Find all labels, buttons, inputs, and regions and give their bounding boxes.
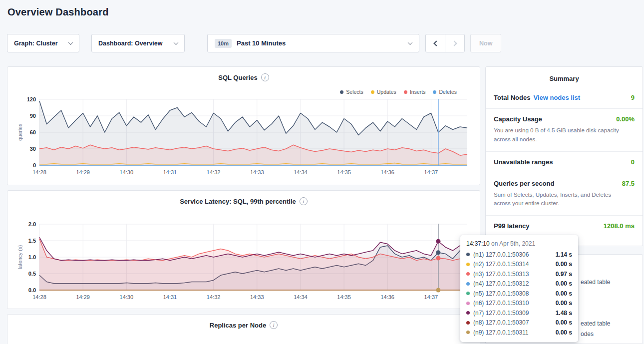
chart-title: Replicas per Node i xyxy=(7,321,480,329)
legend-dot xyxy=(340,90,343,94)
chevron-down-icon xyxy=(174,40,179,45)
tooltip-row: (n7) 127.0.0.1:503091.48 s xyxy=(466,308,572,318)
tooltip-node-label: (n3) 127.0.0.1:50313 xyxy=(473,271,529,278)
tooltip-timestamp: 14:37:10 on Apr 5th, 2021 xyxy=(466,240,572,247)
summary-row-label: Total NodesView nodes list xyxy=(494,94,580,101)
time-range-dropdown[interactable]: 10m Past 10 Minutes xyxy=(207,34,419,52)
tooltip-row: (n5) 127.0.0.1:503080.00 s xyxy=(466,289,572,299)
y-tick-label: 0.5 xyxy=(28,271,36,277)
graph-dropdown[interactable]: Graph: Cluster xyxy=(7,34,79,52)
time-next-button[interactable] xyxy=(445,34,465,52)
tooltip-node-value: 0.97 s xyxy=(556,271,572,278)
x-tick-label: 14:34 xyxy=(294,294,308,300)
summary-row: P99 latency1208.0 ms xyxy=(486,215,643,237)
time-prev-button[interactable] xyxy=(425,34,445,52)
info-icon[interactable]: i xyxy=(270,321,278,329)
legend-item-inserts[interactable]: Inserts xyxy=(404,89,426,95)
summary-row-description: Sum of Selects, Updates, Inserts, and De… xyxy=(494,191,635,209)
summary-row-value: 87.5 xyxy=(622,180,635,187)
x-tick-label: 14:30 xyxy=(120,169,134,175)
chart-title: Service Latency: SQL, 99th percentile i xyxy=(7,197,480,205)
tooltip-node-value: 0.00 s xyxy=(556,300,572,307)
x-tick-label: 14:28 xyxy=(32,169,46,175)
legend-label: Deletes xyxy=(439,89,457,95)
x-tick-label: 14:29 xyxy=(76,294,90,300)
sql-queries-chart-panel: SQL Queries i SelectsUpdatesInsertsDelet… xyxy=(7,66,480,185)
chart-plot[interactable]: queries 030609012014:2814:2914:3014:3114… xyxy=(39,99,467,166)
time-range-badge: 10m xyxy=(215,39,232,48)
now-button[interactable]: Now xyxy=(470,34,501,52)
legend-item-deletes[interactable]: Deletes xyxy=(433,89,457,95)
tooltip-node-value: 0.00 s xyxy=(556,329,572,336)
x-tick-label: 14:33 xyxy=(250,294,264,300)
dashboard-dropdown-label: Dashboard: Overview xyxy=(98,40,163,47)
legend-label: Updates xyxy=(377,89,396,95)
series-color-dot xyxy=(466,282,470,286)
tooltip-row: (n9) 127.0.0.1:503110.00 s xyxy=(466,328,572,338)
event-item-fragment: eated table xyxy=(581,279,610,286)
series-color-dot xyxy=(466,292,470,295)
legend-item-updates[interactable]: Updates xyxy=(371,89,396,95)
chart-canvas xyxy=(39,224,467,291)
y-tick-label: 1.0 xyxy=(28,255,36,260)
chevron-left-icon xyxy=(433,40,439,46)
summary-row-value: 0.00% xyxy=(616,115,635,123)
tooltip-row: (n8) 127.0.0.1:503070.00 s xyxy=(466,318,572,328)
series-color-dot xyxy=(466,311,470,315)
view-nodes-link[interactable]: View nodes list xyxy=(533,94,580,101)
x-tick-label: 14:34 xyxy=(294,169,308,175)
dashboard-dropdown[interactable]: Dashboard: Overview xyxy=(91,34,185,52)
tooltip-node-label: (n6) 127.0.0.1:50310 xyxy=(473,300,529,307)
page-title: Overview Dashboard xyxy=(7,6,109,18)
tooltip-row: (n3) 127.0.0.1:503130.97 s xyxy=(466,269,572,279)
summary-row: Capacity Usage0.00%You are using 0 B of … xyxy=(486,108,643,151)
chart-title-text: Service Latency: SQL, 99th percentile xyxy=(180,198,296,205)
chart-title-text: SQL Queries xyxy=(218,74,258,81)
legend-label: Inserts xyxy=(410,89,426,95)
tooltip-node-label: (n7) 127.0.0.1:50309 xyxy=(473,310,529,317)
tooltip-rows: (n1) 127.0.0.1:503061.14 s(n2) 127.0.0.1… xyxy=(466,250,572,338)
x-tick-label: 14:28 xyxy=(32,294,46,300)
x-tick-label: 14:37 xyxy=(424,294,438,300)
x-tick-label: 14:33 xyxy=(250,169,264,175)
legend-dot xyxy=(433,90,436,94)
tooltip-row: (n2) 127.0.0.1:503140.00 s xyxy=(466,260,572,270)
legend-label: Selects xyxy=(346,89,363,95)
latency-chart-panel: Service Latency: SQL, 99th percentile i … xyxy=(7,190,480,309)
legend-item-selects[interactable]: Selects xyxy=(340,89,363,95)
tooltip-node-value: 1.48 s xyxy=(556,310,572,317)
info-icon[interactable]: i xyxy=(300,197,308,205)
y-axis-label: latency (s) xyxy=(17,224,23,291)
chart-plot[interactable]: latency (s) 0.00.51.01.52.014:2814:2914:… xyxy=(39,224,467,291)
series-color-dot xyxy=(466,272,470,276)
tooltip-node-value: 0.00 s xyxy=(556,261,572,268)
tooltip-node-label: (n4) 127.0.0.1:50312 xyxy=(473,280,529,287)
x-tick-label: 14:31 xyxy=(163,294,177,300)
time-nav-group xyxy=(425,34,465,52)
summary-panel: Summary Total NodesView nodes list9Capac… xyxy=(485,66,643,246)
x-tick-label: 14:36 xyxy=(380,294,394,300)
legend-dot xyxy=(371,90,374,94)
chevron-down-icon xyxy=(68,40,73,45)
summary-row-value: 1208.0 ms xyxy=(604,222,635,230)
series-color-dot xyxy=(466,253,470,256)
y-tick-label: 120 xyxy=(27,97,36,102)
summary-row-value: 0 xyxy=(631,158,635,166)
info-icon[interactable]: i xyxy=(261,73,269,81)
tooltip-row: (n1) 127.0.0.1:503061.14 s xyxy=(466,250,572,260)
chevron-down-icon xyxy=(408,40,413,45)
x-tick-label: 14:37 xyxy=(424,169,438,175)
time-range-label: Past 10 Minutes xyxy=(237,39,286,47)
y-tick-label: 0.0 xyxy=(28,288,36,293)
summary-row: Total NodesView nodes list9 xyxy=(486,87,643,108)
series-color-dot xyxy=(466,263,470,266)
tooltip-node-label: (n2) 127.0.0.1:50314 xyxy=(473,261,529,268)
x-tick-label: 14:32 xyxy=(207,169,221,175)
graph-dropdown-label: Graph: Cluster xyxy=(14,40,58,47)
chart-title-text: Replicas per Node xyxy=(210,322,266,329)
y-tick-label: 1.5 xyxy=(28,238,36,244)
y-axis-label: queries xyxy=(17,99,23,166)
tooltip-row: (n6) 127.0.0.1:503100.00 s xyxy=(466,299,572,309)
summary-row-value: 9 xyxy=(631,94,635,101)
series-color-dot xyxy=(466,331,470,334)
